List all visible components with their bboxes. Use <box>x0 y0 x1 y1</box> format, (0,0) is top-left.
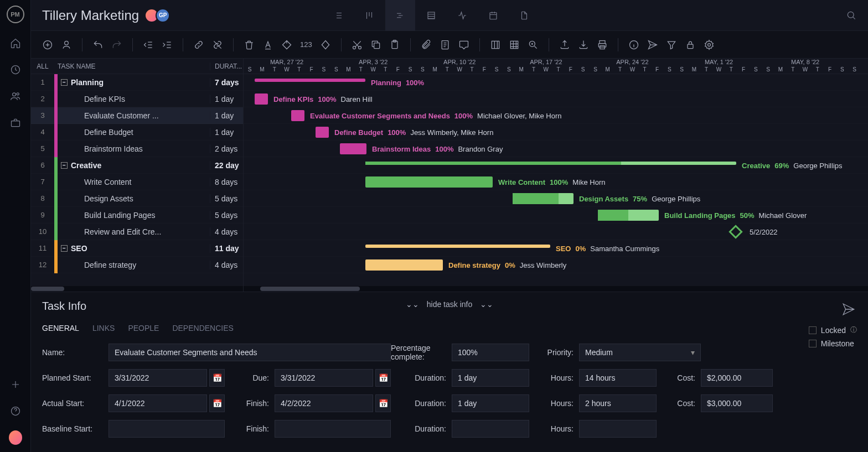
gantt-bar[interactable] <box>365 245 550 248</box>
planned-start-field[interactable]: 3/31/2022 <box>108 369 207 387</box>
calendar-icon[interactable]: 📅 <box>375 369 391 387</box>
milestone-icon[interactable] <box>320 39 331 50</box>
locked-checkbox[interactable]: Lockedⓘ <box>809 325 857 335</box>
percent-button[interactable]: 123 <box>300 40 312 49</box>
baseline-finish-field[interactable] <box>275 420 391 438</box>
redo-icon[interactable] <box>111 39 122 50</box>
name-field[interactable]: Evaluate Customer Segments and Needs <box>108 344 391 361</box>
table-row[interactable]: 12Define strategy4 days <box>31 257 243 273</box>
info-icon[interactable] <box>628 39 639 50</box>
table-row[interactable]: 5Brainstorm Ideas2 days <box>31 141 243 157</box>
hide-task-info-button[interactable]: ⌄⌄ hide task info ⌄⌄ <box>406 300 494 309</box>
briefcase-icon[interactable] <box>9 116 22 129</box>
assign-icon[interactable] <box>61 39 72 50</box>
cost-field[interactable]: $2,000.00 <box>701 369 773 387</box>
table-row[interactable]: 9Build Landing Pages5 days <box>31 207 243 224</box>
calendar-icon[interactable]: 📅 <box>209 369 225 387</box>
comment-icon[interactable] <box>458 39 469 50</box>
cut-icon[interactable] <box>352 39 363 50</box>
pct-field[interactable]: 100% <box>452 344 529 361</box>
gantt-bar[interactable] <box>365 162 736 165</box>
table-row[interactable]: 1−Planning7 days <box>31 74 243 91</box>
gantt-bar[interactable] <box>598 210 659 221</box>
note-icon[interactable] <box>440 39 451 50</box>
table-row[interactable]: 4Define Budget1 day <box>31 124 243 141</box>
view-files-icon[interactable] <box>509 0 539 31</box>
baseline-start-field[interactable] <box>108 420 225 438</box>
duration-field[interactable]: 1 day <box>452 394 529 412</box>
finish-field[interactable]: 4/2/2022 <box>275 394 373 412</box>
send-icon[interactable] <box>841 302 856 316</box>
paste-icon[interactable] <box>389 39 400 50</box>
tab-people[interactable]: PEOPLE <box>128 324 159 332</box>
gantt-bar[interactable] <box>291 110 304 121</box>
app-logo[interactable]: PM <box>7 6 24 23</box>
calendar-icon[interactable]: 📅 <box>375 394 391 412</box>
text-color-icon[interactable] <box>262 39 273 50</box>
tag-icon[interactable] <box>281 39 292 50</box>
due-field[interactable]: 3/31/2022 <box>275 369 373 387</box>
filter-icon[interactable] <box>666 39 677 50</box>
undo-icon[interactable] <box>92 39 104 50</box>
delete-icon[interactable] <box>244 39 255 50</box>
help-icon[interactable] <box>9 404 22 418</box>
settings-icon[interactable] <box>704 39 715 50</box>
gantt-bar[interactable] <box>255 93 268 105</box>
gantt-scrollbar[interactable] <box>244 286 868 292</box>
gantt-bar[interactable] <box>255 79 365 82</box>
col-name[interactable]: TASK NAME <box>54 63 210 70</box>
zoom-icon[interactable] <box>528 39 539 50</box>
table-row[interactable]: 10Review and Edit Cre...4 days <box>31 224 243 240</box>
home-icon[interactable] <box>9 37 22 50</box>
milestone-diamond[interactable] <box>728 225 742 238</box>
view-sheet-icon[interactable] <box>416 0 446 31</box>
attach-icon[interactable] <box>421 39 432 50</box>
unlink-icon[interactable] <box>212 39 223 50</box>
member-avatars[interactable]: GP <box>148 8 170 23</box>
col-duration[interactable]: DURAT... <box>210 63 243 70</box>
priority-select[interactable]: Medium▾ <box>579 344 701 361</box>
milestone-checkbox[interactable]: Milestone <box>809 339 857 348</box>
copy-icon[interactable] <box>370 39 381 50</box>
view-calendar-icon[interactable] <box>478 0 508 31</box>
export-icon[interactable] <box>559 39 570 50</box>
avatar[interactable]: GP <box>156 8 170 23</box>
calendar-icon[interactable]: 📅 <box>209 394 225 412</box>
gantt-bar[interactable] <box>513 193 574 204</box>
clock-icon[interactable] <box>9 63 22 76</box>
hours-field[interactable]: 2 hours <box>579 394 657 412</box>
print-icon[interactable] <box>597 39 608 50</box>
lock-icon[interactable] <box>685 39 696 50</box>
gantt-bar[interactable] <box>340 143 366 154</box>
gantt-bar[interactable] <box>316 127 329 138</box>
import-icon[interactable] <box>578 39 589 50</box>
link-icon[interactable] <box>193 39 204 50</box>
view-list-icon[interactable] <box>323 0 353 31</box>
grid-icon[interactable] <box>509 39 520 50</box>
tab-dependencies[interactable]: DEPENDENCIES <box>172 324 233 332</box>
duration-field[interactable]: 1 day <box>452 369 529 387</box>
hours-field[interactable]: 14 hours <box>579 369 657 387</box>
send-icon[interactable] <box>647 39 658 50</box>
user-avatar-icon[interactable] <box>9 431 22 444</box>
indent-icon[interactable] <box>162 39 173 50</box>
table-scrollbar[interactable] <box>31 286 243 292</box>
table-row[interactable]: 3Evaluate Customer ...1 day <box>31 107 243 124</box>
view-board-icon[interactable] <box>354 0 384 31</box>
gantt-bar[interactable] <box>365 176 493 188</box>
baseline-hours-field[interactable] <box>579 420 657 438</box>
table-row[interactable]: 11−SEO11 day <box>31 240 243 257</box>
cost-field[interactable]: $3,000.00 <box>701 394 773 412</box>
table-row[interactable]: 2Define KPIs1 day <box>31 91 243 107</box>
columns-icon[interactable] <box>490 39 501 50</box>
outdent-icon[interactable] <box>143 39 154 50</box>
table-row[interactable]: 7Write Content8 days <box>31 174 243 190</box>
tab-links[interactable]: LINKS <box>92 324 115 332</box>
add-task-icon[interactable] <box>42 39 53 50</box>
search-icon[interactable] <box>846 10 857 21</box>
table-row[interactable]: 8Design Assets5 days <box>31 190 243 207</box>
view-gantt-icon[interactable] <box>385 0 415 31</box>
baseline-duration-field[interactable] <box>452 420 529 438</box>
table-row[interactable]: 6−Creative22 day <box>31 157 243 174</box>
gantt-bar[interactable] <box>365 259 443 271</box>
